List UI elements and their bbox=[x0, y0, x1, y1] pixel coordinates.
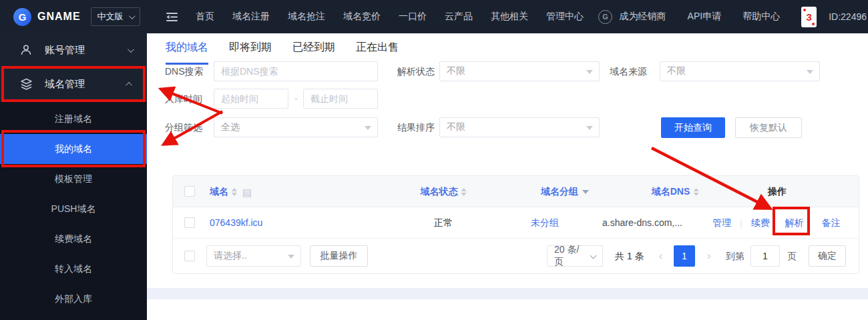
topbar-right: 成为经销商 API申请 帮助中心 3 ID:22496 bbox=[620, 7, 868, 27]
chevron-down-icon bbox=[129, 13, 136, 19]
dropdown-arrow-icon bbox=[288, 255, 294, 259]
sort-icon[interactable] bbox=[232, 188, 237, 196]
batch-action-select[interactable]: 请选择.. bbox=[206, 245, 301, 267]
next-page-arrow[interactable]: › bbox=[707, 239, 710, 274]
resolve-status-label: 解析状态 bbox=[397, 61, 435, 81]
sidebar: 账号管理 域名管理 注册域名 我的域名 模板管理 PUSH域名 续费域名 转入域… bbox=[0, 33, 147, 320]
sidebar-item-template-management[interactable]: 模板管理 bbox=[0, 164, 147, 194]
sidebar-item-external-import[interactable]: 外部入库 bbox=[0, 284, 147, 314]
chevron-down-icon bbox=[590, 253, 597, 259]
time-range-separator: - bbox=[294, 89, 298, 109]
prev-page-arrow[interactable]: ‹ bbox=[659, 239, 662, 274]
reset-button[interactable]: 恢复默认 bbox=[735, 117, 802, 138]
gname-logo-icon: G bbox=[13, 8, 31, 26]
goto-page-input[interactable] bbox=[750, 245, 780, 267]
nav-management-center[interactable]: 管理中心 bbox=[546, 11, 584, 23]
dns-search-input[interactable] bbox=[214, 61, 378, 81]
result-sort-select[interactable]: 不限 bbox=[439, 117, 600, 137]
become-reseller-link[interactable]: 成为经销商 bbox=[620, 11, 666, 23]
brand: G GNAME 中文版 bbox=[0, 7, 147, 26]
user-icon bbox=[20, 44, 33, 56]
manage-action[interactable]: 管理 bbox=[712, 217, 731, 229]
goto-unit-label: 页 bbox=[787, 239, 797, 274]
row-checkbox[interactable] bbox=[184, 217, 195, 228]
domain-link[interactable]: 076439kf.icu bbox=[210, 207, 262, 239]
language-selector[interactable]: 中文版 bbox=[91, 7, 140, 26]
table-footer-row: 请选择.. 批量操作 20 条/页 共 1 条 ‹ 1 › 到第 页 确定 bbox=[173, 239, 859, 274]
sidebar-item-transfer-in[interactable]: 转入域名 bbox=[0, 254, 147, 284]
end-time-input[interactable] bbox=[303, 89, 378, 109]
domain-source-label: 域名来源 bbox=[610, 61, 647, 81]
nav-domain-backorder[interactable]: 域名抢注 bbox=[288, 11, 325, 23]
chevron-down-icon bbox=[128, 46, 134, 53]
nav-home[interactable]: 首页 bbox=[196, 11, 214, 23]
page-background-band bbox=[147, 288, 868, 299]
nav-domain-auction[interactable]: 域名竞价 bbox=[343, 11, 381, 23]
batch-select-placeholder: 请选择.. bbox=[214, 250, 247, 262]
sidebar-item-my-domains[interactable]: 我的域名 bbox=[0, 134, 147, 164]
sidebar-item-register-domain[interactable]: 注册域名 bbox=[0, 104, 147, 134]
domain-dns-value: a.share-dns.com,... bbox=[602, 207, 682, 239]
domain-table: 域名▤ 域名状态 域名分组 域名DNS 操作 076439kf.icu 正常 未… bbox=[172, 175, 859, 274]
table-header-row: 域名▤ 域名状态 域名分组 域名DNS 操作 bbox=[173, 176, 859, 207]
domain-status: 正常 bbox=[434, 207, 453, 239]
goto-label: 到第 bbox=[726, 239, 744, 274]
total-count: 共 1 条 bbox=[615, 239, 644, 274]
sidebar-group-label: 域名管理 bbox=[45, 78, 128, 91]
page-size-select[interactable]: 20 条/页 bbox=[547, 245, 603, 267]
column-header-group[interactable]: 域名分组 bbox=[541, 176, 589, 207]
table-row: 076439kf.icu 正常 未分组 a.share-dns.com,... … bbox=[173, 207, 859, 239]
column-header-status[interactable]: 域名状态 bbox=[421, 176, 467, 207]
select-all-checkbox[interactable] bbox=[184, 186, 195, 197]
main-content: 我的域名 即将到期 已经到期 正在出售 DNS搜索 解析状态 不限 域名来源 不… bbox=[147, 33, 868, 320]
group-filter-value: 全选 bbox=[221, 121, 240, 133]
action-separator: | bbox=[740, 218, 742, 229]
renew-action[interactable]: 续费 bbox=[751, 217, 770, 229]
start-time-input[interactable] bbox=[214, 89, 288, 109]
page-size-value: 20 条/页 bbox=[554, 244, 586, 268]
sort-icon[interactable] bbox=[461, 188, 467, 196]
nav-domain-register[interactable]: 域名注册 bbox=[232, 11, 270, 23]
page-number-button[interactable]: 1 bbox=[674, 245, 695, 267]
domain-group-link[interactable]: 未分组 bbox=[531, 207, 559, 239]
topbar-nav: 首页 域名注册 域名抢注 域名竞价 一口价 云产品 其他相关 管理中心 bbox=[196, 11, 584, 23]
api-apply-link[interactable]: API申请 bbox=[688, 11, 722, 23]
nav-cloud-products[interactable]: 云产品 bbox=[445, 11, 473, 23]
sort-icon[interactable] bbox=[693, 188, 698, 196]
resolve-status-select[interactable]: 不限 bbox=[439, 61, 600, 81]
confirm-button[interactable]: 确定 bbox=[809, 245, 846, 267]
column-header-dns[interactable]: 域名DNS bbox=[652, 176, 699, 207]
result-sort-label: 结果排序 bbox=[397, 117, 435, 137]
column-header-actions: 操作 bbox=[768, 176, 787, 207]
sidebar-group-domains[interactable]: 域名管理 bbox=[0, 67, 147, 101]
resolve-status-value: 不限 bbox=[447, 65, 465, 77]
nav-buy-now[interactable]: 一口价 bbox=[399, 11, 427, 23]
sidebar-group-account[interactable]: 账号管理 bbox=[0, 33, 147, 67]
search-button[interactable]: 开始查询 bbox=[661, 117, 725, 138]
sidebar-collapse-icon[interactable] bbox=[166, 12, 178, 22]
sidebar-item-push-domains[interactable]: PUSH域名 bbox=[0, 194, 147, 224]
dropdown-arrow-icon bbox=[586, 70, 593, 74]
language-label: 中文版 bbox=[97, 11, 124, 23]
group-filter-label: 分组筛选 bbox=[165, 117, 202, 137]
user-id: ID:22496 bbox=[829, 11, 867, 22]
layers-icon bbox=[20, 78, 33, 91]
nav-other[interactable]: 其他相关 bbox=[491, 11, 528, 23]
copy-list-icon[interactable]: ▤ bbox=[242, 187, 252, 198]
dropdown-arrow-icon bbox=[807, 70, 813, 74]
domain-source-select[interactable]: 不限 bbox=[660, 61, 820, 81]
gname-circle-icon[interactable]: G bbox=[598, 10, 612, 24]
batch-action-button[interactable]: 批量操作 bbox=[310, 245, 368, 267]
resolve-action[interactable]: 解析 bbox=[785, 217, 804, 229]
footer-checkbox[interactable] bbox=[184, 251, 195, 261]
group-filter-select[interactable]: 全选 bbox=[214, 117, 378, 137]
notification-badge[interactable]: 3 bbox=[801, 7, 817, 27]
help-center-link[interactable]: 帮助中心 bbox=[742, 11, 780, 23]
sidebar-item-renew-domains[interactable]: 续费域名 bbox=[0, 224, 147, 254]
remark-action[interactable]: 备注 bbox=[822, 217, 841, 229]
result-sort-value: 不限 bbox=[447, 121, 465, 133]
dropdown-arrow-icon bbox=[586, 126, 593, 130]
dropdown-arrow-icon bbox=[365, 126, 371, 130]
filter-arrow-icon bbox=[582, 190, 589, 194]
column-header-domain[interactable]: 域名▤ bbox=[210, 176, 252, 207]
